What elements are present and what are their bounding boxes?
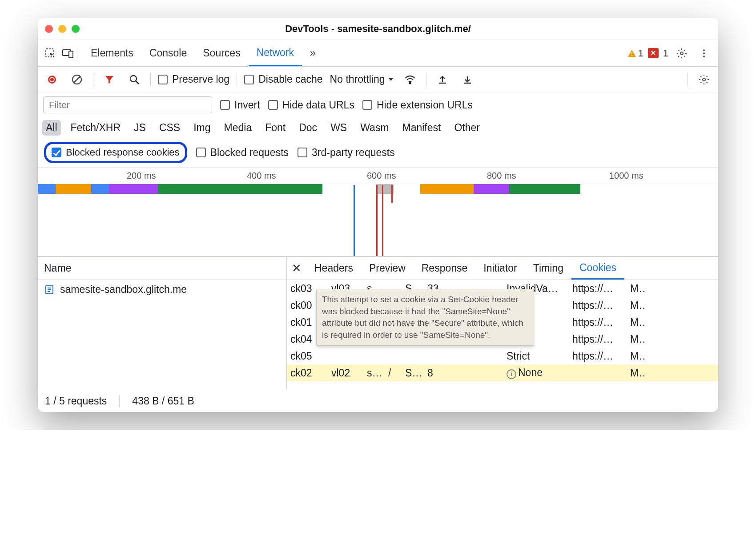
titlebar: DevTools - samesite-sandbox.glitch.me/ [38,18,718,40]
throttling-select[interactable]: No throttling [330,73,394,85]
resource-type-filters: AllFetch/XHRJSCSSImgMediaFontDocWSWasmMa… [38,117,718,138]
type-filter-all[interactable]: All [42,120,61,136]
type-filter-css[interactable]: CSS [156,120,184,136]
type-filter-font[interactable]: Font [261,120,289,136]
third-party-requests-checkbox[interactable]: 3rd-party requests [298,147,395,159]
svg-point-5 [680,52,683,55]
warning-icon[interactable]: 1 [627,48,643,59]
device-mode-icon[interactable] [59,44,77,62]
svg-line-12 [136,81,139,84]
svg-point-8 [703,56,705,57]
svg-point-7 [703,52,705,54]
close-detail-icon[interactable]: ✕ [287,261,306,275]
detail-tab-cookies[interactable]: Cookies [571,257,624,280]
filter-icon[interactable] [101,71,118,88]
blocked-response-cookies-checkbox[interactable]: Blocked response cookies [44,142,187,163]
svg-point-11 [130,76,137,82]
upload-har-icon[interactable] [434,71,451,88]
status-requests: 1 / 5 requests [45,395,107,407]
request-name: samesite-sandbox.glitch.me [60,284,187,296]
type-filter-other[interactable]: Other [450,120,483,136]
tab-network[interactable]: Network [249,40,302,66]
type-filter-manifest[interactable]: Manifest [399,120,445,136]
svg-point-14 [703,78,705,81]
svg-point-13 [409,82,410,84]
status-bar: 1 / 5 requests 438 B / 651 B [38,390,718,412]
blocked-requests-checkbox[interactable]: Blocked requests [196,147,289,159]
detail-tab-response[interactable]: Response [414,257,476,280]
detail-tab-initiator[interactable]: Initiator [475,257,525,280]
hide-data-urls-checkbox[interactable]: Hide data URLs [268,99,354,111]
disable-cache-checkbox[interactable]: Disable cache [244,73,322,85]
network-settings-icon[interactable] [695,71,713,88]
detail-tab-headers[interactable]: Headers [306,257,361,280]
kebab-menu-icon[interactable] [695,44,713,62]
svg-rect-3 [631,52,632,54]
status-bytes: 438 B / 651 B [132,395,194,407]
detail-tab-timing[interactable]: Timing [525,257,571,280]
invert-checkbox[interactable]: Invert [220,99,260,111]
panel-tabs: ElementsConsoleSourcesNetwork » 1 × 1 [38,40,718,67]
svg-rect-2 [69,51,73,58]
request-list: Name samesite-sandbox.glitch.me [38,257,287,390]
tab-elements[interactable]: Elements [83,40,141,66]
type-filter-media[interactable]: Media [221,120,256,136]
more-tabs[interactable]: » [302,40,324,66]
type-filter-fetch-xhr[interactable]: Fetch/XHR [67,120,124,136]
type-filter-wasm[interactable]: Wasm [357,120,392,136]
filter-row: Invert Hide data URLs Hide extension URL… [38,92,718,117]
request-filter-row: Blocked response cookies Blocked request… [38,138,718,168]
inspect-element-icon[interactable] [41,44,59,62]
settings-icon[interactable] [673,44,691,62]
network-toolbar: Preserve log Disable cache No throttling [38,67,718,92]
svg-point-6 [703,49,705,51]
download-har-icon[interactable] [458,71,476,88]
svg-rect-4 [631,55,632,56]
hide-extension-urls-checkbox[interactable]: Hide extension URLs [362,99,473,111]
error-icon[interactable]: × [648,48,659,58]
cookie-row[interactable]: ck05Stricthttps://…M. [287,348,718,364]
type-filter-ws[interactable]: WS [327,120,350,136]
detail-tab-preview[interactable]: Preview [361,257,414,280]
svg-line-10 [74,76,80,83]
search-icon[interactable] [125,71,143,88]
tab-console[interactable]: Console [141,40,195,66]
cookie-block-tooltip: This attempt to set a cookie via a Set-C… [316,289,534,346]
request-row[interactable]: samesite-sandbox.glitch.me [38,280,286,299]
clear-icon[interactable] [68,71,86,88]
type-filter-js[interactable]: JS [130,120,149,136]
type-filter-doc[interactable]: Doc [295,120,321,136]
column-header-name[interactable]: Name [38,257,286,280]
detail-pane: ✕ HeadersPreviewResponseInitiatorTimingC… [287,257,718,390]
type-filter-img[interactable]: Img [190,120,214,136]
wifi-icon[interactable] [401,71,419,88]
filter-input[interactable] [43,96,212,113]
record-icon[interactable] [43,71,61,88]
preserve-log-checkbox[interactable]: Preserve log [158,73,229,85]
window-title: DevTools - samesite-sandbox.glitch.me/ [38,23,718,35]
cookie-row[interactable]: ck02vl02s…/S…8iNoneM. [287,364,718,381]
overview-timeline[interactable]: 200 ms 400 ms 600 ms 800 ms 1000 ms [38,168,718,256]
tab-sources[interactable]: Sources [195,40,248,66]
